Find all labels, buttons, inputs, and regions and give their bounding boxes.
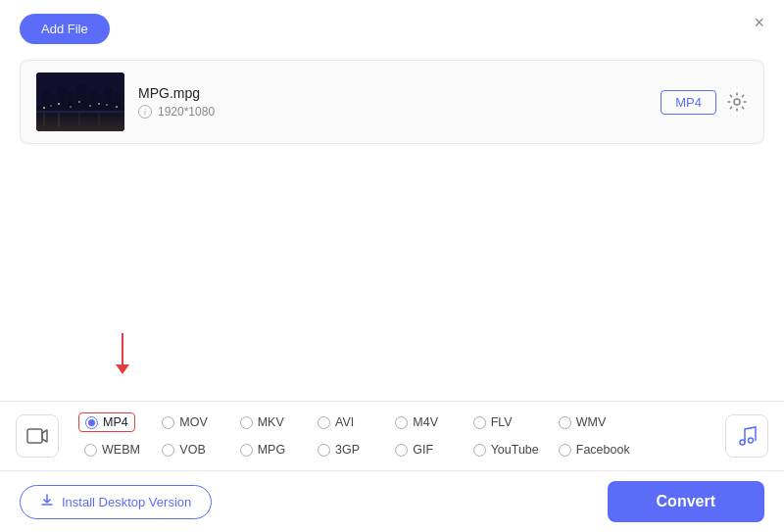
bottom-bar: MP4 MOV MKV AVI [0,401,784,532]
format-option-vob[interactable]: VOB [152,437,229,462]
format-option-facebook[interactable]: Facebook [549,437,640,462]
svg-point-16 [70,106,72,108]
convert-button[interactable]: Convert [608,481,764,522]
format-option-mkv[interactable]: MKV [230,410,308,435]
radio-mp4 [85,416,98,429]
radio-webm [84,444,97,457]
actions-bar: Install Desktop Version Convert [0,471,784,532]
svg-point-21 [116,106,118,108]
svg-point-14 [50,105,52,107]
file-meta: i 1920*1080 [138,105,647,119]
format-option-mp4[interactable]: MP4 [74,410,152,435]
video-category-icon[interactable] [16,414,59,458]
svg-rect-10 [104,88,113,112]
format-option-m4v[interactable]: M4V [385,410,463,435]
radio-mov [162,416,174,429]
file-actions: MP4 [661,90,748,115]
file-resolution: 1920*1080 [158,105,215,119]
radio-mpg [240,444,253,457]
svg-rect-11 [114,92,121,112]
format-label-facebook: Facebook [576,443,630,457]
svg-rect-9 [97,94,103,112]
format-option-webm[interactable]: WEBM [74,437,152,462]
svg-point-18 [89,105,91,107]
format-option-mov[interactable]: MOV [152,410,229,435]
format-option-wmv[interactable]: WMV [549,410,640,435]
radio-gif [395,444,408,457]
format-option-gif[interactable]: GIF [385,437,463,462]
svg-point-13 [43,107,45,109]
format-label-mpg: MPG [258,443,285,457]
format-label-3gp: 3GP [335,443,360,457]
arrow-indicator [116,333,129,374]
arrow-head [116,364,129,374]
audio-category-icon[interactable] [725,414,768,458]
format-bar: MP4 MOV MKV AVI [0,402,784,471]
svg-rect-8 [88,90,96,112]
install-desktop-button[interactable]: Install Desktop Version [20,485,212,519]
radio-m4v [395,416,408,429]
svg-point-20 [106,104,108,106]
download-icon [40,494,54,510]
radio-youtube [473,444,486,457]
format-option-avi[interactable]: AVI [308,410,385,435]
arrow-line [122,333,123,364]
radio-mkv [240,416,253,429]
svg-point-17 [78,101,80,103]
format-option-flv[interactable]: FLV [464,410,549,435]
radio-wmv [559,416,571,429]
file-info: MPG.mpg i 1920*1080 [138,85,647,119]
radio-3gp [318,444,330,457]
settings-icon[interactable] [726,91,748,113]
format-label-mkv: MKV [258,415,284,429]
format-option-youtube[interactable]: YouTube [464,437,549,462]
svg-point-19 [98,103,100,105]
format-label-gif: GIF [413,443,433,457]
radio-facebook [559,444,571,457]
svg-rect-7 [75,84,87,112]
format-label-mov: MOV [179,415,207,429]
format-options-grid: MP4 MOV MKV AVI [74,410,717,462]
file-name: MPG.mpg [138,85,647,101]
file-entry: MPG.mpg i 1920*1080 MP4 [20,60,764,144]
info-icon: i [138,105,152,119]
radio-avi [318,416,330,429]
header: Add File × [0,0,784,54]
radio-vob [162,444,174,457]
format-badge[interactable]: MP4 [661,90,716,115]
format-option-mpg[interactable]: MPG [230,437,308,462]
svg-rect-27 [27,429,42,443]
svg-rect-3 [41,90,49,112]
format-label-wmv: WMV [576,415,607,429]
format-label-m4v: M4V [413,415,438,429]
svg-rect-6 [68,92,74,112]
svg-point-15 [58,103,60,105]
svg-rect-4 [50,94,56,112]
format-label-flv: FLV [491,415,513,429]
format-label-avi: AVI [335,415,354,429]
install-label: Install Desktop Version [62,495,191,509]
format-label-mp4: MP4 [103,415,128,429]
radio-flv [473,416,486,429]
svg-rect-2 [36,114,124,131]
svg-point-26 [734,99,740,105]
close-button[interactable]: × [754,14,764,31]
format-option-3gp[interactable]: 3GP [308,437,385,462]
format-label-youtube: YouTube [491,443,539,457]
file-thumbnail [36,73,124,131]
add-file-button[interactable]: Add File [20,14,110,44]
format-label-vob: VOB [179,443,205,457]
svg-rect-5 [57,87,67,112]
format-label-webm: WEBM [102,443,140,457]
